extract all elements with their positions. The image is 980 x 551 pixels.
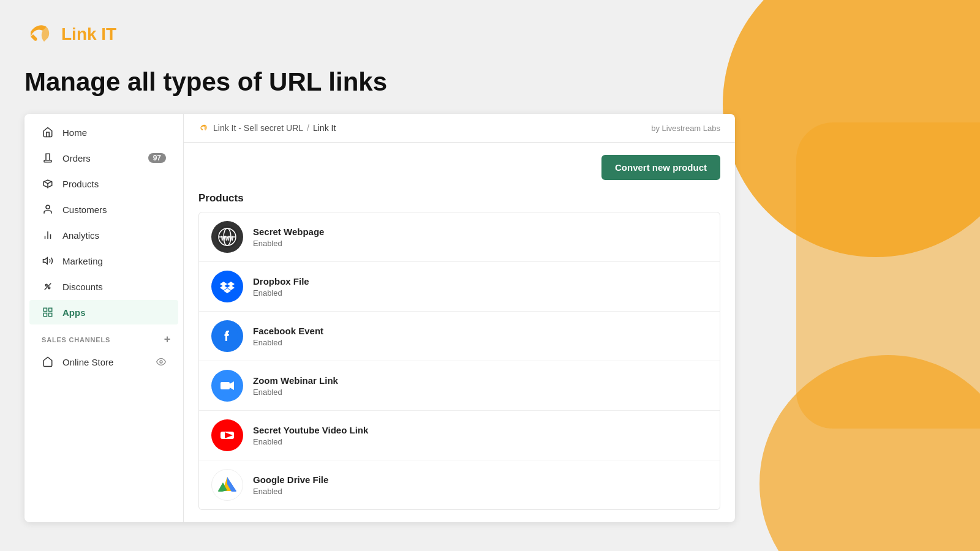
product-name: Secret Webpage	[253, 227, 324, 237]
svg-marker-7	[43, 258, 48, 264]
marketing-icon	[42, 255, 54, 267]
sales-channels-header: SALES CHANNELS +	[24, 326, 183, 350]
logo-text: Link IT	[61, 24, 116, 44]
eye-icon[interactable]	[156, 357, 166, 367]
products-icon	[42, 178, 54, 190]
product-item-secret-webpage[interactable]: WWW Secret Webpage Enabled	[199, 212, 720, 262]
content-area: Convert new product Products WWW	[184, 143, 735, 522]
svg-rect-1	[44, 160, 51, 162]
product-item-google-drive[interactable]: Google Drive File Enabled	[199, 460, 720, 509]
svg-point-9	[48, 287, 50, 289]
svg-rect-29	[221, 382, 230, 389]
orders-badge: 97	[148, 153, 166, 163]
product-item-facebook-event[interactable]: Facebook Event Enabled	[199, 312, 720, 361]
svg-point-15	[160, 361, 162, 363]
sidebar-item-online-store[interactable]: Online Store	[29, 351, 178, 373]
svg-rect-13	[49, 313, 52, 317]
sidebar-item-discounts[interactable]: Discounts	[29, 274, 178, 299]
product-status: Enabled	[253, 338, 323, 347]
sidebar-item-orders-label: Orders	[62, 153, 91, 163]
product-info: Secret Youtube Video Link Enabled	[253, 425, 368, 446]
svg-point-0	[24, 18, 56, 50]
product-name: Dropbox File	[253, 276, 309, 287]
main-layout: Home Orders 97	[24, 114, 735, 522]
product-name: Facebook Event	[253, 326, 323, 336]
products-section-title: Products	[198, 192, 720, 204]
product-status: Enabled	[253, 487, 328, 496]
sidebar: Home Orders 97	[24, 114, 184, 522]
convert-btn-row: Convert new product	[198, 155, 720, 180]
sidebar-item-marketing-label: Marketing	[62, 256, 103, 266]
product-name: Google Drive File	[253, 474, 328, 485]
svg-point-8	[45, 284, 47, 286]
zoom-webinar-logo	[211, 370, 243, 402]
product-list: WWW Secret Webpage Enabled	[198, 212, 720, 510]
breadcrumb-current: Link It	[313, 123, 336, 133]
product-info: Dropbox File Enabled	[253, 276, 309, 298]
product-status: Enabled	[253, 288, 309, 298]
product-status: Enabled	[253, 239, 324, 248]
sidebar-item-discounts-label: Discounts	[62, 282, 103, 292]
sidebar-item-orders[interactable]: Orders 97	[29, 146, 178, 170]
convert-new-product-button[interactable]: Convert new product	[601, 155, 720, 180]
page-heading: Manage all types of URL links	[24, 67, 956, 97]
svg-point-21	[216, 276, 238, 298]
breadcrumb-app-name: Link It - Sell secret URL	[213, 123, 303, 133]
youtube-video-logo	[211, 419, 243, 451]
logo-area: Link IT	[24, 18, 956, 50]
breadcrumb: Link It - Sell secret URL / Link It	[198, 122, 336, 133]
sidebar-item-products-label: Products	[62, 179, 99, 189]
product-item-zoom-webinar[interactable]: Zoom Webinar Link Enabled	[199, 361, 720, 411]
sidebar-item-home-label: Home	[62, 127, 87, 138]
product-info: Facebook Event Enabled	[253, 326, 323, 347]
breadcrumb-app-icon	[198, 122, 209, 133]
sidebar-item-apps[interactable]: Apps	[29, 300, 178, 324]
sales-channels-label: SALES CHANNELS	[42, 336, 110, 343]
product-item-dropbox-file[interactable]: Dropbox File Enabled	[199, 262, 720, 312]
discounts-icon	[42, 280, 54, 293]
apps-icon	[42, 306, 54, 318]
sidebar-item-analytics[interactable]: Analytics	[29, 223, 178, 247]
sidebar-item-apps-label: Apps	[62, 307, 86, 318]
main-panel: Link It - Sell secret URL / Link It by L…	[184, 114, 735, 522]
dropbox-file-logo	[211, 271, 243, 302]
secret-webpage-logo: WWW	[211, 221, 243, 253]
product-status: Enabled	[253, 437, 368, 446]
product-info: Google Drive File Enabled	[253, 474, 328, 496]
sidebar-item-products[interactable]: Products	[29, 171, 178, 196]
product-item-youtube-video[interactable]: Secret Youtube Video Link Enabled	[199, 411, 720, 460]
sidebar-item-analytics-label: Analytics	[62, 230, 99, 241]
logo-icon	[24, 18, 56, 50]
store-icon	[42, 356, 54, 368]
home-icon	[42, 126, 54, 138]
analytics-icon	[42, 229, 54, 241]
breadcrumb-separator: /	[307, 123, 309, 133]
product-info: Zoom Webinar Link Enabled	[253, 375, 338, 397]
facebook-event-logo	[211, 320, 243, 352]
sidebar-item-customers[interactable]: Customers	[29, 197, 178, 222]
add-sales-channel-icon[interactable]: +	[164, 333, 171, 346]
products-section: Products WWW	[198, 192, 720, 510]
product-info: Secret Webpage Enabled	[253, 227, 324, 248]
google-drive-logo	[211, 469, 243, 501]
product-name: Secret Youtube Video Link	[253, 425, 368, 435]
svg-point-3	[46, 205, 50, 209]
svg-rect-11	[43, 308, 47, 311]
product-status: Enabled	[253, 388, 338, 397]
sidebar-item-customers-label: Customers	[62, 204, 107, 215]
customers-icon	[42, 203, 54, 216]
product-name: Zoom Webinar Link	[253, 375, 338, 386]
svg-rect-14	[43, 313, 47, 317]
by-label: by Livestream Labs	[651, 124, 720, 133]
breadcrumb-bar: Link It - Sell secret URL / Link It by L…	[184, 114, 735, 143]
svg-rect-12	[49, 308, 52, 311]
sidebar-item-marketing[interactable]: Marketing	[29, 249, 178, 273]
svg-text:WWW: WWW	[221, 234, 233, 242]
orders-icon	[42, 152, 54, 164]
sidebar-item-home[interactable]: Home	[29, 120, 178, 144]
online-store-label: Online Store	[62, 357, 113, 367]
